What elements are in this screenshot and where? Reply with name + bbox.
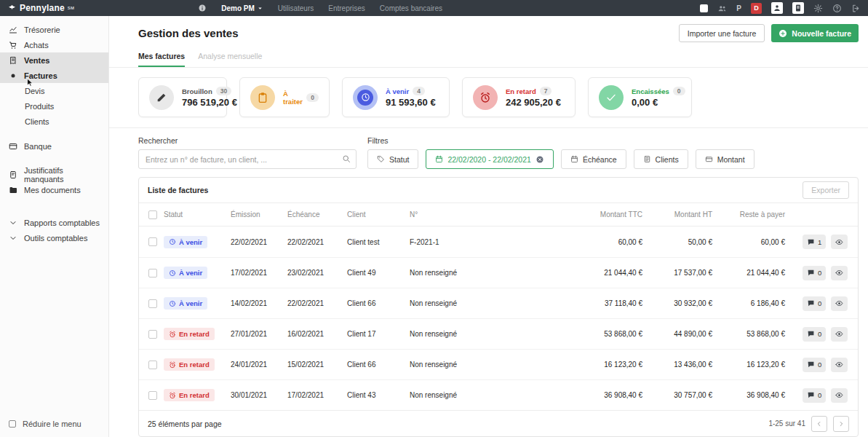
eye-icon: [835, 269, 843, 277]
view-invoice-button[interactable]: [831, 388, 848, 403]
status-label: À venir: [179, 299, 202, 307]
reste-a-payer: 60,00 €: [712, 238, 785, 246]
info-circle-icon[interactable]: [198, 4, 207, 12]
table-row[interactable]: À venir17/02/202123/02/2021Client 49Non …: [139, 257, 858, 288]
topnav-utilisateurs[interactable]: Utilisateurs: [278, 4, 314, 12]
comments-button[interactable]: 0: [803, 358, 826, 372]
filter-statut[interactable]: Statut: [367, 149, 418, 169]
question-circle-icon[interactable]: [832, 4, 842, 13]
search-input[interactable]: [138, 149, 357, 169]
gear-icon[interactable]: [813, 4, 823, 13]
summary-card-brouillon[interactable]: Brouillon30796 519,20 €: [138, 77, 227, 117]
filter-clients[interactable]: Clients: [634, 149, 688, 169]
column-header[interactable]: Échéance: [287, 210, 347, 219]
collapse-menu-button[interactable]: Réduire le menu: [0, 420, 108, 428]
people-icon[interactable]: [717, 4, 727, 13]
topnav-entreprises[interactable]: Entreprises: [328, 4, 365, 12]
search-icon: [342, 154, 351, 163]
comments-button[interactable]: 0: [803, 266, 826, 280]
pencil-icon: [149, 85, 174, 110]
row-checkbox[interactable]: [148, 361, 157, 369]
pennylane-logo[interactable]: Pennylane SM: [7, 3, 74, 13]
select-all-checkbox[interactable]: [148, 210, 157, 219]
column-header[interactable]: Client: [347, 210, 410, 219]
view-invoice-button[interactable]: [831, 296, 848, 311]
document-icon[interactable]: [792, 2, 804, 14]
sidebar-item-achats[interactable]: Achats: [0, 37, 108, 52]
view-invoice-button[interactable]: [831, 235, 848, 249]
view-invoice-button[interactable]: [831, 266, 848, 280]
montant-ttc: 21 044,40 €: [568, 269, 642, 277]
logout-icon[interactable]: [851, 4, 861, 13]
workspace-initial[interactable]: P: [736, 4, 741, 12]
sidebar-item-label: Produits: [25, 102, 54, 111]
chevron-left-icon: [816, 420, 823, 428]
comments-button[interactable]: 1: [803, 235, 826, 249]
table-body: À venir22/02/202122/02/2021Client testF-…: [139, 227, 858, 410]
table-row[interactable]: En retard24/01/202115/02/2021Client 66No…: [139, 349, 858, 379]
comments-button[interactable]: 0: [803, 327, 826, 342]
new-invoice-button[interactable]: Nouvelle facture: [771, 24, 859, 42]
prev-page-button[interactable]: [811, 416, 827, 432]
tab-analyse-mensuelle[interactable]: Analyse mensuelle: [198, 52, 262, 67]
comment-count: 0: [818, 361, 821, 369]
sidebar-item-banque[interactable]: Banque: [0, 138, 108, 154]
plus-circle-icon: [779, 29, 787, 38]
column-header[interactable]: Montant TTC: [568, 210, 642, 219]
sidebar-item-devis[interactable]: Devis: [0, 83, 108, 98]
sidebar-item-tresorerie[interactable]: Trésorerie: [0, 22, 108, 37]
column-header[interactable]: Reste à payer: [712, 210, 785, 219]
comments-button[interactable]: 0: [803, 388, 826, 403]
sidebar-item-mes-documents[interactable]: Mes documents: [0, 182, 108, 197]
sidebar-item-produits[interactable]: Produits: [0, 98, 108, 114]
close-circle-icon[interactable]: [535, 155, 544, 164]
tag-icon: [377, 155, 385, 163]
view-invoice-button[interactable]: [831, 358, 848, 372]
column-header[interactable]: Émission: [231, 210, 287, 219]
comments-button[interactable]: 0: [803, 296, 826, 311]
column-header[interactable]: N°: [410, 210, 568, 219]
sidebar-item-clients[interactable]: Clients: [0, 114, 108, 129]
next-page-button[interactable]: [833, 416, 849, 432]
summary-card-a-traiter[interactable]: À traiter0: [239, 77, 330, 117]
topnav-comptes-bancaires[interactable]: Comptes bancaires: [380, 4, 442, 12]
view-invoice-button[interactable]: [831, 327, 848, 342]
tab-mes-factures[interactable]: Mes factures: [138, 52, 185, 67]
client-name: Client 49: [347, 269, 410, 277]
table-row[interactable]: En retard27/01/202116/02/2021Client 17No…: [139, 318, 858, 349]
company-initial-badge[interactable]: D: [751, 3, 762, 14]
status-badge: À venir: [164, 236, 207, 248]
table-row[interactable]: À venir14/02/202122/02/2021Client 66Non …: [139, 288, 858, 318]
sidebar-item-label: Trésorerie: [24, 25, 60, 34]
table-row[interactable]: À venir22/02/202122/02/2021Client testF-…: [139, 227, 858, 257]
row-checkbox[interactable]: [148, 237, 157, 246]
chevron-down-icon: [9, 234, 17, 243]
row-checkbox[interactable]: [148, 269, 157, 277]
table-row[interactable]: En retard30/01/202117/02/2021Client 43No…: [139, 379, 858, 410]
summary-card-encaissees[interactable]: Encaissées00,00 €: [588, 77, 692, 117]
person-icon[interactable]: [771, 2, 783, 14]
sidebar-item-justificatifs-manquants[interactable]: Justificatifs manquants: [0, 167, 108, 182]
sidebar-item-outils-comptables[interactable]: Outils comptables: [0, 230, 108, 245]
summary-card-en-retard[interactable]: En retard7242 905,20 €: [462, 77, 576, 117]
card-amount: 242 905,20 €: [506, 97, 561, 108]
summary-card-a-venir[interactable]: À venir491 593,60 €: [342, 77, 450, 117]
row-checkbox[interactable]: [148, 391, 157, 400]
import-invoice-button[interactable]: Importer une facture: [679, 24, 765, 42]
sidebar-item-factures[interactable]: Factures: [0, 68, 108, 83]
account-menu-button[interactable]: Demo PM: [221, 4, 263, 12]
sidebar-item-rapports-comptables[interactable]: Rapports comptables: [0, 215, 108, 230]
chevron-down-icon: [9, 219, 17, 227]
filter-22-02-2020-22-02-2021[interactable]: 22/02/2020 - 22/02/2021: [426, 149, 553, 169]
sidebar-item-ventes[interactable]: Ventes: [0, 52, 108, 68]
row-checkbox[interactable]: [148, 299, 157, 308]
column-header[interactable]: Montant HT: [642, 210, 712, 219]
filter-echeance[interactable]: Échéance: [561, 149, 626, 169]
status-badge: À venir: [164, 267, 207, 279]
white-square-icon[interactable]: [700, 4, 708, 12]
filter-montant[interactable]: Montant: [696, 149, 754, 169]
invoice-number: Non renseigné: [410, 299, 568, 307]
row-checkbox[interactable]: [148, 330, 157, 339]
column-header[interactable]: Statut: [164, 210, 231, 219]
export-button[interactable]: Exporter: [803, 181, 849, 199]
